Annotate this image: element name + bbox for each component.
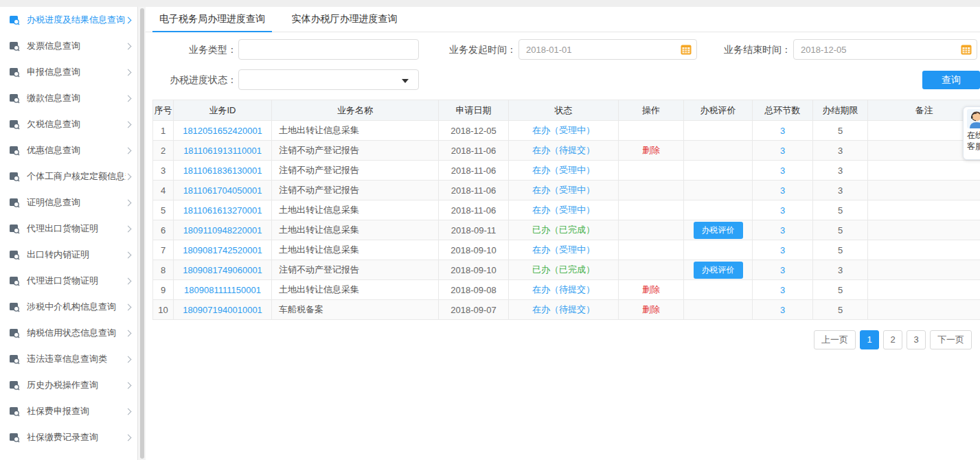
total-steps-link[interactable]: 3 [780, 305, 785, 315]
table-row: 101809071940010001车船税备案2018-09-07在办（待提交）… [153, 300, 980, 320]
calendar-icon[interactable] [961, 44, 972, 55]
cell-evaluate [684, 240, 753, 260]
business-id-link[interactable]: 1811061613270001 [183, 205, 262, 216]
total-steps-link[interactable]: 3 [780, 185, 785, 196]
customer-service-widget[interactable]: 在线客服 [963, 106, 980, 160]
total-steps-link[interactable]: 3 [780, 205, 785, 216]
total-steps-link[interactable]: 3 [780, 165, 785, 176]
sidebar-item[interactable]: 申报信息查询 [0, 59, 137, 85]
cell-total-steps: 3 [753, 121, 813, 141]
page-number-button[interactable]: 2 [883, 330, 902, 349]
scrollbar-thumb[interactable] [140, 8, 144, 459]
tab-electronic-tax-progress[interactable]: 电子税务局办理进度查询 [152, 7, 272, 32]
total-steps-link[interactable]: 3 [780, 225, 785, 235]
sidebar-item[interactable]: 出口转内销证明 [0, 242, 137, 268]
doc-search-icon [9, 93, 21, 104]
delete-link[interactable]: 删除 [642, 145, 660, 155]
cell-business-id: 1809081111150001 [174, 280, 272, 300]
sidebar-item-label: 申报信息查询 [27, 66, 80, 78]
sidebar-item-label: 代理出口货物证明 [27, 222, 98, 235]
cell-seq: 8 [153, 260, 174, 280]
sidebar-item[interactable]: 缴款信息查询 [0, 85, 137, 111]
total-steps-link[interactable]: 3 [780, 265, 785, 275]
sidebar-item[interactable]: 证明信息查询 [0, 189, 137, 216]
cell-evaluate [684, 141, 753, 161]
sidebar-item[interactable]: 个体工商户核定定额信息查询 [0, 163, 137, 189]
total-steps-link[interactable]: 3 [780, 126, 785, 136]
customer-service-avatar-icon [967, 109, 980, 128]
business-id-link[interactable]: 1811061913110001 [183, 146, 262, 156]
sidebar-item[interactable]: 社保缴费记录查询 [0, 424, 137, 450]
cell-status: 在办（待提交） [509, 300, 619, 320]
end-time-input[interactable] [793, 39, 977, 60]
business-id-link[interactable]: 1811061704050001 [183, 185, 262, 196]
sidebar-item[interactable]: 违法违章信息查询类 [0, 346, 137, 372]
cell-total-steps: 3 [753, 200, 813, 220]
sidebar-item[interactable]: 欠税信息查询 [0, 111, 137, 137]
delete-link[interactable]: 删除 [642, 284, 660, 295]
cell-action [619, 161, 684, 181]
cell-seq: 5 [153, 200, 174, 220]
total-steps-link[interactable]: 3 [780, 285, 785, 295]
next-page-button[interactable]: 下一页 [930, 330, 972, 349]
business-id-link[interactable]: 1809110948220001 [183, 225, 262, 235]
cell-business-id: 1811061836130001 [174, 161, 272, 181]
sidebar-item[interactable]: 涉税中介机构信息查询 [0, 294, 137, 320]
total-steps-link[interactable]: 3 [780, 146, 785, 156]
business-id-link[interactable]: 1812051652420001 [183, 126, 262, 136]
cell-evaluate [684, 181, 753, 200]
business-id-link[interactable]: 1809081742520001 [183, 245, 262, 255]
doc-search-icon [9, 275, 21, 286]
status-text: 在办（受理中） [532, 125, 595, 135]
chevron-right-icon [125, 330, 132, 336]
chevron-right-icon [125, 16, 132, 23]
cell-business-name: 土地出转让信息采集 [272, 280, 439, 300]
business-id-link[interactable]: 1809081749060001 [183, 265, 262, 275]
business-id-link[interactable]: 1811061836130001 [183, 165, 262, 176]
business-type-input[interactable] [238, 39, 419, 60]
sidebar-item-label: 社保缴费记录查询 [27, 431, 98, 444]
sidebar-item[interactable]: 社保费申报查询 [0, 398, 137, 424]
cell-action [619, 181, 684, 200]
cell-action [619, 240, 684, 260]
evaluate-button[interactable]: 办税评价 [694, 222, 743, 239]
calendar-icon[interactable] [681, 44, 692, 55]
business-id-link[interactable]: 1809081111150001 [184, 285, 261, 295]
cell-total-steps: 3 [753, 161, 813, 181]
progress-status-select[interactable] [238, 69, 419, 90]
cell-apply-date: 2018-11-06 [439, 181, 509, 200]
evaluate-button[interactable]: 办税评价 [694, 262, 743, 279]
sidebar-item[interactable]: 代理进口货物证明 [0, 268, 137, 294]
sidebar-scrollbar[interactable] [137, 7, 146, 460]
total-steps-link[interactable]: 3 [780, 245, 785, 255]
prev-page-button[interactable]: 上一页 [814, 330, 856, 349]
page-number-button[interactable]: 3 [907, 330, 926, 349]
cell-business-id: 1809071940010001 [174, 300, 272, 320]
chevron-right-icon [125, 69, 132, 76]
sidebar-item[interactable]: 优惠信息查询 [0, 137, 137, 163]
table-row: 21811061913110001注销不动产登记报告2018-11-06在办（待… [153, 141, 980, 161]
sidebar-item[interactable]: 历史办税操作查询 [0, 372, 137, 398]
sidebar-item[interactable]: 纳税信用状态信息查询 [0, 320, 137, 346]
cell-apply-date: 2018-09-07 [439, 300, 509, 320]
chevron-right-icon [125, 356, 132, 363]
tab-physical-tax-hall-progress[interactable]: 实体办税厅办理进度查询 [284, 7, 404, 32]
start-time-input[interactable] [519, 39, 697, 60]
sidebar-item-label: 办税进度及结果信息查询 [27, 14, 125, 26]
search-button[interactable]: 查询 [922, 71, 980, 89]
sidebar-item[interactable]: 办税进度及结果信息查询 [0, 7, 137, 33]
cell-seq: 1 [153, 121, 174, 141]
cell-business-id: 1812051652420001 [174, 121, 272, 141]
doc-search-icon [9, 223, 21, 234]
chevron-right-icon [125, 147, 132, 154]
page-number-button[interactable]: 1 [860, 330, 879, 349]
cell-apply-date: 2018-09-11 [439, 220, 509, 240]
table-row: 81809081749060001注销不动产登记报告2018-09-10已办（已… [153, 260, 980, 280]
delete-link[interactable]: 删除 [642, 304, 660, 314]
sidebar-item[interactable]: 代理出口货物证明 [0, 216, 137, 242]
business-id-link[interactable]: 1809071940010001 [183, 305, 262, 315]
chevron-right-icon [125, 199, 132, 206]
doc-search-icon [9, 406, 21, 417]
sidebar-item[interactable]: 发票信息查询 [0, 33, 137, 59]
cell-apply-date: 2018-12-05 [439, 121, 509, 141]
